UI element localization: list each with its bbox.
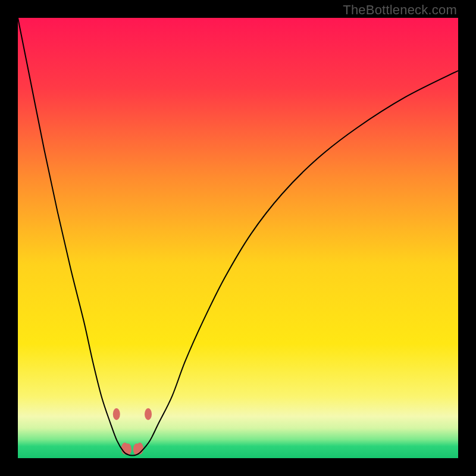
plot-background-gradient xyxy=(18,18,458,458)
plot-frame xyxy=(18,18,458,458)
svg-rect-0 xyxy=(18,18,458,458)
watermark-text: TheBottleneck.com xyxy=(343,2,457,18)
